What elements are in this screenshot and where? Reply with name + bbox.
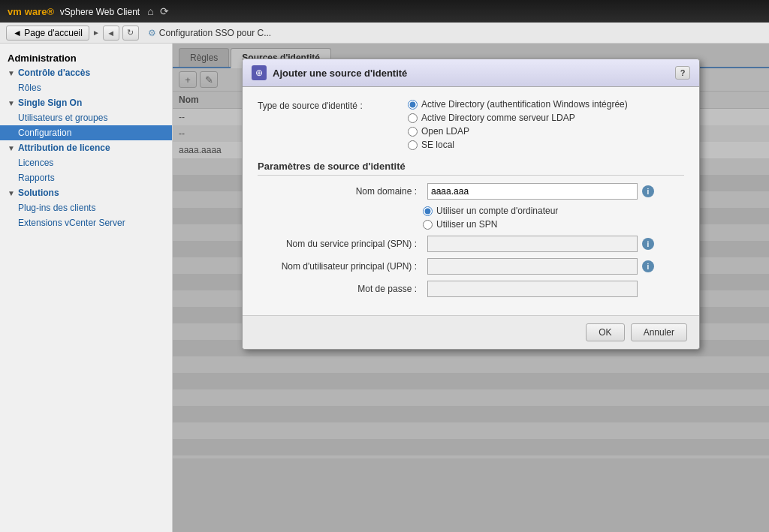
radio-spn[interactable]: Utiliser un SPN xyxy=(423,219,684,230)
radio-se-local-input[interactable] xyxy=(408,140,418,150)
upn-info-icon[interactable]: i xyxy=(642,260,654,272)
spn-info-icon[interactable]: i xyxy=(642,238,654,250)
spn-input[interactable] xyxy=(427,236,638,252)
main-content: Administration ▼ Contrôle d'accès Rôles … xyxy=(0,44,769,532)
radio-ad-ldap-input[interactable] xyxy=(408,113,418,123)
radio-computer-account[interactable]: Utiliser un compte d'ordinateur xyxy=(423,206,684,216)
domain-label: Nom domaine : xyxy=(258,186,423,197)
modal-title: Ajouter une source d'identité xyxy=(273,68,669,79)
arrow-sso: ▼ xyxy=(8,99,15,107)
modal-body: Type de source d'identité : Active Direc… xyxy=(243,87,699,315)
sidebar-item-users[interactable]: Utilisateurs et groupes xyxy=(0,110,172,125)
arrow-acces: ▼ xyxy=(8,69,15,77)
back-home-button[interactable]: ◄ Page d'accueil xyxy=(6,26,89,41)
upn-input[interactable] xyxy=(427,258,638,275)
radio-ad-ldap[interactable]: Active Directory comme serveur LDAP xyxy=(408,113,684,123)
sidebar-item-plugins[interactable]: Plug-ins des clients xyxy=(0,200,172,215)
sidebar-group-acces[interactable]: ▼ Contrôle d'accès xyxy=(0,65,172,80)
sidebar: Administration ▼ Contrôle d'accès Rôles … xyxy=(0,44,173,532)
modal-overlay: ⊕ Ajouter une source d'identité ? Type d… xyxy=(173,44,769,532)
modal-footer: OK Annuler xyxy=(243,315,699,349)
arrow-licence: ▼ xyxy=(8,144,15,152)
cancel-button[interactable]: Annuler xyxy=(631,323,687,341)
radio-ad-windows[interactable]: Active Directory (authentification Windo… xyxy=(408,99,684,110)
sidebar-item-roles[interactable]: Rôles xyxy=(0,80,172,95)
radio-ad-windows-input[interactable] xyxy=(408,100,418,110)
page-layout: ◄ Page d'accueil ► ◄ ↻ ⚙ Configuration S… xyxy=(0,23,769,532)
add-identity-modal: ⊕ Ajouter une source d'identité ? Type d… xyxy=(242,59,700,350)
ok-button[interactable]: OK xyxy=(586,323,624,341)
identity-icon: ⊕ xyxy=(255,68,263,78)
account-type-options: Utiliser un compte d'ordinateur Utiliser… xyxy=(423,206,684,230)
sidebar-group-sso[interactable]: ▼ Single Sign On xyxy=(0,95,172,110)
top-bar: vmware® vSphere Web Client ⌂ ⟳ xyxy=(0,0,769,23)
modal-help-button[interactable]: ? xyxy=(675,66,690,80)
sidebar-section-title: Administration xyxy=(0,50,172,65)
radio-se-local[interactable]: SE local xyxy=(408,140,684,150)
breadcrumb-arrow: ► xyxy=(92,29,100,37)
domain-info-icon[interactable]: i xyxy=(642,185,654,197)
domain-row: Nom domaine : i xyxy=(258,183,684,200)
radio-open-ldap-input[interactable] xyxy=(408,127,418,137)
nav-back-button[interactable]: ◄ xyxy=(103,26,119,41)
breadcrumb-page-title: ⚙ Configuration SSO pour C... xyxy=(148,28,271,38)
password-label: Mot de passe : xyxy=(258,284,423,294)
breadcrumb-bar: ◄ Page d'accueil ► ◄ ↻ ⚙ Configuration S… xyxy=(0,23,769,44)
identity-type-options: Active Directory (authentification Windo… xyxy=(408,99,684,150)
radio-spn-input[interactable] xyxy=(423,220,433,230)
upn-label: Nom d'utilisateur principal (UPN) : xyxy=(258,261,423,272)
password-input[interactable] xyxy=(427,281,638,297)
params-section-title: Paramètres de source d'identité xyxy=(258,161,684,176)
sidebar-item-extensions[interactable]: Extensions vCenter Server xyxy=(0,215,172,230)
identity-type-label: Type de source d'identité : xyxy=(258,99,408,111)
spn-label: Nom du service principal (SPN) : xyxy=(258,239,423,249)
sidebar-group-licence[interactable]: ▼ Attribution de licence xyxy=(0,140,172,155)
spn-row: Nom du service principal (SPN) : i xyxy=(258,236,684,252)
sidebar-item-licences[interactable]: Licences xyxy=(0,155,172,170)
password-row: Mot de passe : xyxy=(258,281,684,297)
refresh-icon[interactable]: ⟳ xyxy=(160,5,169,17)
nav-refresh-button[interactable]: ↻ xyxy=(122,26,139,41)
identity-type-row: Type de source d'identité : Active Direc… xyxy=(258,99,684,150)
home-icon[interactable]: ⌂ xyxy=(147,5,153,17)
modal-header: ⊕ Ajouter une source d'identité ? xyxy=(243,59,699,87)
arrow-solutions: ▼ xyxy=(8,189,15,197)
modal-header-icon: ⊕ xyxy=(252,65,267,80)
radio-open-ldap[interactable]: Open LDAP xyxy=(408,126,684,137)
page-icon: ⚙ xyxy=(148,28,156,38)
vm-brand: ware® xyxy=(25,6,54,17)
radio-computer-account-input[interactable] xyxy=(423,206,433,216)
domain-input[interactable] xyxy=(427,183,638,200)
content-panel: Règles Sources d'identité + ✎ Nom xyxy=(173,44,769,532)
sidebar-group-solutions[interactable]: ▼ Solutions xyxy=(0,185,172,200)
app-title: vSphere Web Client xyxy=(57,6,140,17)
vm-logo: vm xyxy=(8,6,22,17)
sidebar-item-configuration[interactable]: Configuration xyxy=(0,125,172,140)
sidebar-item-rapports[interactable]: Rapports xyxy=(0,170,172,185)
upn-row: Nom d'utilisateur principal (UPN) : i xyxy=(258,258,684,275)
